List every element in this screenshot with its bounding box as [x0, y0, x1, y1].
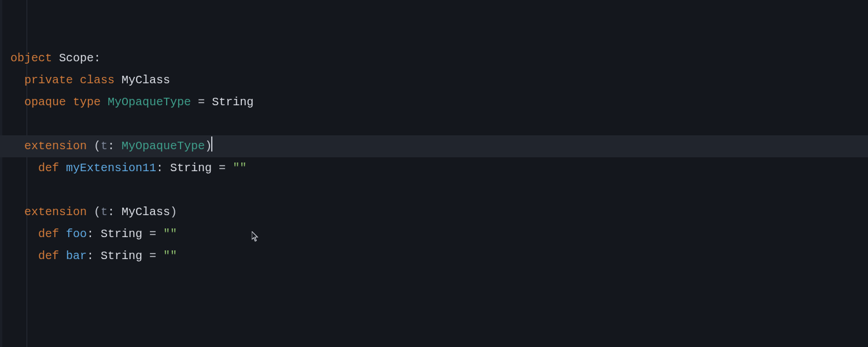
code-line[interactable]: extension (t: MyClass)	[0, 201, 868, 223]
token-kw: def	[38, 161, 59, 175]
token-punct	[59, 249, 66, 263]
token-kw: extension	[24, 205, 87, 219]
token-opaque-type: MyOpaqueType	[122, 139, 205, 153]
code-line[interactable]: def foo: String = ""	[0, 223, 868, 245]
token-punct	[73, 73, 80, 87]
token-punct	[101, 95, 108, 109]
token-id-type: String	[101, 249, 142, 263]
token-punct: :	[87, 227, 101, 241]
token-string: ""	[233, 161, 247, 175]
token-kw: opaque	[24, 95, 66, 109]
token-method: myExtension11	[66, 161, 156, 175]
gutter	[0, 0, 2, 347]
token-kw: private	[24, 73, 73, 87]
indent	[10, 95, 24, 109]
token-punct: :	[156, 161, 170, 175]
token-punct: (	[87, 139, 101, 153]
code-line[interactable]: extension (t: MyOpaqueType)	[0, 135, 868, 157]
token-punct	[59, 227, 66, 241]
token-op: =	[142, 249, 163, 263]
token-id-type: Scope	[59, 51, 94, 65]
code-editor[interactable]: object Scope: private class MyClass opaq…	[0, 0, 868, 347]
code-line[interactable]	[0, 267, 868, 289]
code-line[interactable]: def myExtension11: String = ""	[0, 157, 868, 179]
token-kw: object	[10, 51, 52, 65]
token-id-type: String	[170, 161, 212, 175]
token-id-type: MyClass	[122, 73, 170, 87]
token-kw: class	[80, 73, 115, 87]
token-punct	[52, 51, 59, 65]
code-line[interactable]: object Scope:	[0, 47, 868, 69]
code-line[interactable]: private class MyClass	[0, 69, 868, 91]
token-kw: extension	[24, 139, 87, 153]
token-param-name: t	[101, 205, 108, 219]
token-kw: def	[38, 227, 59, 241]
token-id-type: String	[101, 227, 142, 241]
code-line[interactable]	[0, 179, 868, 201]
indent	[10, 139, 24, 153]
token-punct: :	[94, 51, 101, 65]
code-line[interactable]: def bar: String = ""	[0, 245, 868, 267]
token-punct	[59, 161, 66, 175]
token-id-type: String	[212, 95, 253, 109]
code-line[interactable]: opaque type MyOpaqueType = String	[0, 91, 868, 113]
token-method: foo	[66, 227, 87, 241]
token-op: =	[191, 95, 212, 109]
token-punct: )	[170, 205, 177, 219]
token-op: =	[142, 227, 163, 241]
token-method: bar	[66, 249, 87, 263]
token-punct: :	[87, 249, 101, 263]
indent	[10, 227, 38, 241]
token-punct	[115, 73, 122, 87]
token-kw: type	[73, 95, 101, 109]
token-op: =	[212, 161, 233, 175]
token-string: ""	[163, 227, 177, 241]
indent	[10, 205, 24, 219]
token-punct: (	[87, 205, 101, 219]
indent	[10, 249, 38, 263]
token-punct: :	[108, 205, 122, 219]
token-param-name: t	[101, 139, 108, 153]
token-id-type: MyClass	[122, 205, 170, 219]
token-opaque-type: MyOpaqueType	[108, 95, 191, 109]
token-punct	[66, 95, 73, 109]
text-cursor	[211, 136, 212, 152]
code-line[interactable]	[0, 113, 868, 135]
token-punct: :	[108, 139, 122, 153]
token-kw: def	[38, 249, 59, 263]
indent	[10, 73, 24, 87]
token-string: ""	[163, 249, 177, 263]
indent	[10, 161, 38, 175]
